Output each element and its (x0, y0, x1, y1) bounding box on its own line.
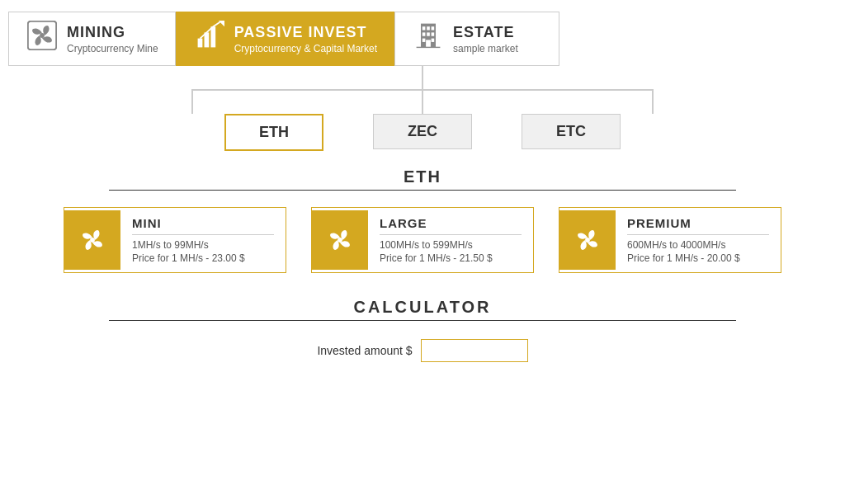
package-mini-range: 1MH/s to 99MH/s (132, 239, 274, 251)
tree-node-etc[interactable]: ETC (522, 114, 621, 149)
estate-subtitle: sample market (453, 43, 518, 54)
svg-rect-14 (432, 39, 435, 42)
calculator-divider (109, 320, 736, 321)
svg-point-18 (338, 238, 342, 243)
svg-rect-4 (210, 26, 215, 47)
stub-left (191, 91, 193, 114)
mining-card-text: MINING Cryptocurrency Mine (67, 24, 158, 54)
package-premium-name: PREMIUM (627, 216, 769, 230)
calculator-form: Invested amount $ (317, 339, 527, 362)
package-mini-divider (132, 234, 274, 235)
package-premium-divider (627, 234, 769, 235)
eth-label-section: ETH (0, 167, 845, 191)
svg-point-17 (90, 238, 95, 243)
chart-icon (193, 21, 226, 57)
svg-rect-11 (427, 32, 430, 35)
svg-marker-5 (219, 21, 224, 26)
svg-rect-16 (417, 47, 441, 48)
svg-rect-12 (432, 32, 435, 35)
mining-title: MINING (67, 24, 158, 41)
estate-title: ESTATE (453, 24, 518, 41)
tree-connector (175, 66, 670, 114)
package-mini-icon (64, 210, 120, 270)
stub-right (652, 91, 654, 114)
calculator-title: CALCULATOR (353, 298, 491, 317)
package-mini[interactable]: MINI 1MH/s to 99MH/s Price for 1 MH/s - … (64, 207, 286, 273)
packages-section: MINI 1MH/s to 99MH/s Price for 1 MH/s - … (0, 207, 845, 273)
svg-rect-10 (422, 32, 426, 35)
svg-rect-7 (422, 26, 426, 30)
passive-invest-subtitle: Cryptocurrency & Capital Market (234, 43, 377, 54)
passive-invest-card-text: PASSIVE INVEST Cryptocurrency & Capital … (234, 24, 377, 54)
eth-divider (109, 190, 736, 191)
package-mini-info: MINI 1MH/s to 99MH/s Price for 1 MH/s - … (120, 208, 286, 272)
svg-rect-2 (197, 39, 202, 48)
passive-invest-title: PASSIVE INVEST (234, 24, 377, 41)
nav-card-mining[interactable]: MINING Cryptocurrency Mine (8, 12, 176, 66)
invested-amount-input[interactable] (421, 339, 528, 362)
nav-card-estate[interactable]: ESTATE sample market (394, 12, 559, 66)
svg-point-1 (40, 33, 45, 38)
package-large-divider (380, 234, 522, 235)
building-icon (412, 21, 445, 57)
package-large-name: LARGE (380, 216, 522, 230)
tree-node-zec-wrapper: ZEC (373, 114, 472, 149)
package-premium-icon (559, 210, 616, 270)
package-premium-price: Price for 1 MH/s - 20.00 $ (627, 252, 769, 264)
package-mini-name: MINI (132, 216, 274, 230)
package-large-info: LARGE 100MH/s to 599MH/s Price for 1 MH/… (368, 208, 533, 272)
svg-rect-13 (422, 39, 426, 42)
package-premium[interactable]: PREMIUM 600MH/s to 4000MH/s Price for 1 … (559, 207, 781, 273)
calculator-section: CALCULATOR Invested amount $ (0, 298, 845, 362)
calc-label: Invested amount $ (317, 344, 412, 357)
tree-nodes: ETH ZEC ETC (0, 114, 845, 151)
tree-node-zec[interactable]: ZEC (373, 114, 472, 149)
tree-node-etc-wrapper: ETC (522, 114, 621, 149)
fan-icon (26, 21, 59, 57)
package-large[interactable]: LARGE 100MH/s to 599MH/s Price for 1 MH/… (311, 207, 534, 273)
tree-node-eth-wrapper: ETH (224, 114, 323, 151)
package-large-icon (312, 210, 368, 270)
svg-rect-9 (432, 26, 435, 30)
svg-point-19 (585, 238, 590, 243)
package-large-price: Price for 1 MH/s - 21.50 $ (380, 252, 522, 264)
mining-subtitle: Cryptocurrency Mine (67, 43, 158, 54)
package-premium-info: PREMIUM 600MH/s to 4000MH/s Price for 1 … (616, 208, 781, 272)
estate-card-text: ESTATE sample market (453, 24, 518, 54)
tree-node-eth[interactable]: ETH (224, 114, 323, 151)
tree-top-stub (422, 66, 423, 89)
tree-stubs (191, 91, 654, 114)
nav-card-passive-invest[interactable]: PASSIVE INVEST Cryptocurrency & Capital … (176, 12, 394, 66)
stub-center (422, 91, 423, 114)
eth-label: ETH (404, 167, 441, 186)
package-mini-price: Price for 1 MH/s - 23.00 $ (132, 252, 274, 264)
svg-rect-15 (426, 40, 431, 47)
package-premium-range: 600MH/s to 4000MH/s (627, 239, 769, 251)
top-nav: MINING Cryptocurrency Mine PASSIVE INVES… (0, 0, 845, 66)
package-large-range: 100MH/s to 599MH/s (380, 239, 522, 251)
svg-rect-8 (427, 26, 430, 30)
